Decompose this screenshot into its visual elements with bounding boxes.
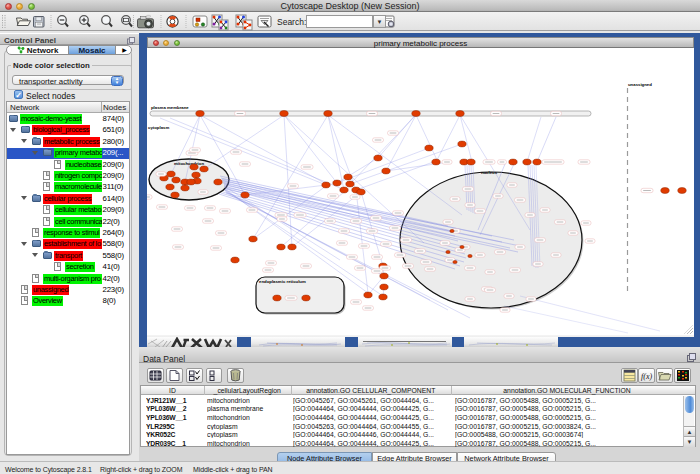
svg-text:f(x): f(x) <box>641 372 652 381</box>
svg-text:endoplasmic reticulum: endoplasmic reticulum <box>259 279 306 284</box>
svg-text:unassigned: unassigned <box>628 82 652 87</box>
svg-text:plasma membrane: plasma membrane <box>151 105 189 110</box>
svg-text:cytoplasm: cytoplasm <box>148 125 169 130</box>
svg-text:mitochondrion: mitochondrion <box>174 161 204 166</box>
svg-text:nucleus: nucleus <box>481 170 498 175</box>
